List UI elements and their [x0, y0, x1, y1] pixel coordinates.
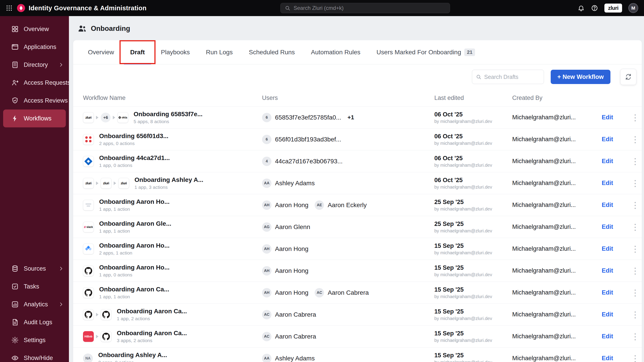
sidebar-item-label: Sources	[24, 265, 46, 272]
user-chip: ACAaron Cabrera	[314, 288, 369, 297]
search-drafts-input[interactable]	[484, 74, 540, 80]
last-edited-by: by michaelgraham@zluri.dev	[434, 163, 512, 168]
row-menu-button[interactable]: ⋮	[629, 135, 642, 144]
last-edited-date: 25 Sep '25	[434, 220, 512, 227]
sidebar-item-analytics[interactable]: Analytics	[0, 295, 69, 313]
edit-link[interactable]: Edit	[602, 223, 613, 230]
github-app-icon	[83, 265, 94, 276]
sidebar-item-show-hide[interactable]: Show/Hide	[0, 349, 69, 362]
sidebar-item-tasks[interactable]: Tasks	[0, 278, 69, 295]
edit-link[interactable]: Edit	[602, 158, 613, 165]
org-badge[interactable]: zluri	[604, 3, 622, 12]
workflow-name: Onboarding Aaron Ho...	[99, 264, 170, 271]
user-name: Aaron Hong	[275, 201, 308, 209]
row-menu-button[interactable]: ⋮	[629, 113, 642, 122]
user-avatar: 6	[262, 113, 272, 122]
user-avatar[interactable]: M	[628, 3, 638, 13]
help-icon	[591, 4, 598, 12]
edit-link[interactable]: Edit	[602, 180, 613, 186]
row-menu-button[interactable]: ⋮	[629, 157, 642, 166]
settings-icon	[11, 336, 19, 344]
sidebar-item-access-requests[interactable]: Access Requests	[0, 74, 69, 92]
app-icons: HiBob	[83, 331, 112, 342]
help-button[interactable]	[591, 4, 598, 12]
access-reviews-icon	[11, 97, 19, 104]
row-menu-button[interactable]: ⋮	[629, 354, 642, 362]
created-by: Michaelgraham@zluri...	[512, 267, 602, 274]
edit-link[interactable]: Edit	[602, 311, 613, 318]
sidebar-item-workflows[interactable]: Workflows	[3, 110, 66, 127]
sidebar-item-access-reviews[interactable]: Access Reviews	[0, 92, 69, 110]
sidebar-item-directory[interactable]: Directory	[0, 56, 69, 74]
row-menu-button[interactable]: ⋮	[629, 179, 642, 187]
edit-link[interactable]: Edit	[602, 114, 613, 121]
row-menu-button[interactable]: ⋮	[629, 223, 642, 231]
chevron-separator-icon	[96, 116, 98, 119]
search-drafts[interactable]	[472, 70, 544, 84]
app-icons	[83, 287, 94, 298]
sidebar-item-audit-logs[interactable]: Audit Logs	[0, 313, 69, 331]
workflow-meta: 1 app, 1 action	[99, 206, 170, 212]
edit-link[interactable]: Edit	[602, 355, 613, 362]
row-menu-button[interactable]: ⋮	[629, 310, 642, 319]
zluri-logo-icon	[17, 4, 25, 12]
sidebar-item-label: Workflows	[24, 115, 52, 122]
row-menu-button[interactable]: ⋮	[629, 245, 642, 253]
edit-link[interactable]: Edit	[602, 267, 613, 274]
tab-run-logs[interactable]: Run Logs	[198, 40, 241, 64]
edit-link[interactable]: Edit	[602, 245, 613, 252]
github-app-icon	[83, 309, 94, 320]
users-cell: 444ca27d167e3b06793...	[262, 157, 434, 166]
sidebar-item-label: Access Reviews	[24, 97, 68, 104]
tab-label: Overview	[88, 49, 114, 56]
last-edited-date: 15 Sep '25	[434, 286, 512, 293]
edit-link[interactable]: Edit	[602, 289, 613, 296]
workflow-name: Onboarding Aaron Ho...	[99, 242, 170, 249]
workflow-cell: #slackOnboarding Aaron Gle...1 app, 1 ac…	[83, 220, 262, 234]
red-dots-app-icon	[83, 134, 94, 145]
tab-scheduled-runs[interactable]: Scheduled Runs	[241, 40, 303, 64]
edit-link[interactable]: Edit	[602, 201, 613, 208]
zluri-app-icon: zluri	[83, 178, 94, 188]
last-edited-date: 15 Sep '25	[434, 242, 512, 249]
edit-link[interactable]: Edit	[602, 136, 613, 143]
last-edited-date: 15 Sep '25	[434, 352, 512, 359]
sidebar-item-overview[interactable]: Overview	[0, 20, 69, 38]
tab-automation-rules[interactable]: Automation Rules	[303, 40, 368, 64]
chevron-separator-icon	[96, 313, 98, 316]
global-search-input[interactable]	[294, 5, 446, 11]
row-menu-button[interactable]: ⋮	[629, 332, 642, 341]
new-workflow-button[interactable]: + New Workflow	[551, 70, 610, 84]
row-menu-button[interactable]: ⋮	[629, 201, 642, 209]
user-avatar: AH	[262, 200, 272, 210]
tab-overview[interactable]: Overview	[80, 40, 122, 64]
row-menu-button[interactable]: ⋮	[629, 267, 642, 275]
workflow-name: Onboarding Ashley A...	[134, 176, 204, 183]
user-avatar: AA	[262, 354, 272, 362]
sidebar-item-applications[interactable]: Applications	[0, 38, 69, 56]
sidebar-top-group: OverviewApplicationsDirectoryAccess Requ…	[0, 20, 69, 127]
tab-users-marked-for-onboarding[interactable]: Users Marked For Onboarding21	[368, 40, 483, 64]
created-by: Michaelgraham@zluri...	[512, 158, 602, 165]
col-workflow-name: Workflow Name	[83, 95, 262, 101]
notifications-button[interactable]	[578, 4, 585, 12]
workflow-meta: 3 apps, 2 actions	[117, 338, 187, 343]
sidebar-item-settings[interactable]: Settings	[0, 331, 69, 349]
tab-draft[interactable]: Draft	[122, 40, 153, 64]
refresh-button[interactable]	[620, 69, 636, 85]
user-avatar: AC	[314, 288, 324, 297]
last-edited-cell: 06 Oct '25by michaelgraham@zluri.dev	[434, 177, 512, 190]
user-name: Aaron Hong	[275, 245, 308, 252]
edit-link[interactable]: Edit	[602, 333, 613, 340]
last-edited-cell: 06 Oct '25by michaelgraham@zluri.dev	[434, 133, 512, 146]
screen: Identity Governance & Administration zlu…	[0, 0, 644, 362]
user-chip: 665853f7e3ef25785fa0...	[262, 113, 341, 122]
workflow-cell: zlurizlurizluriOnboarding Ashley A...1 a…	[83, 176, 262, 190]
tab-playbooks[interactable]: Playbooks	[153, 40, 198, 64]
workflow-meta: 1 app, 1 action	[99, 228, 172, 234]
zluri-app-icon: zluri	[83, 112, 94, 123]
app-launcher-button[interactable]	[6, 5, 12, 11]
row-menu-button[interactable]: ⋮	[629, 289, 642, 297]
global-search[interactable]	[280, 3, 450, 13]
sidebar-item-sources[interactable]: Sources	[0, 260, 69, 278]
